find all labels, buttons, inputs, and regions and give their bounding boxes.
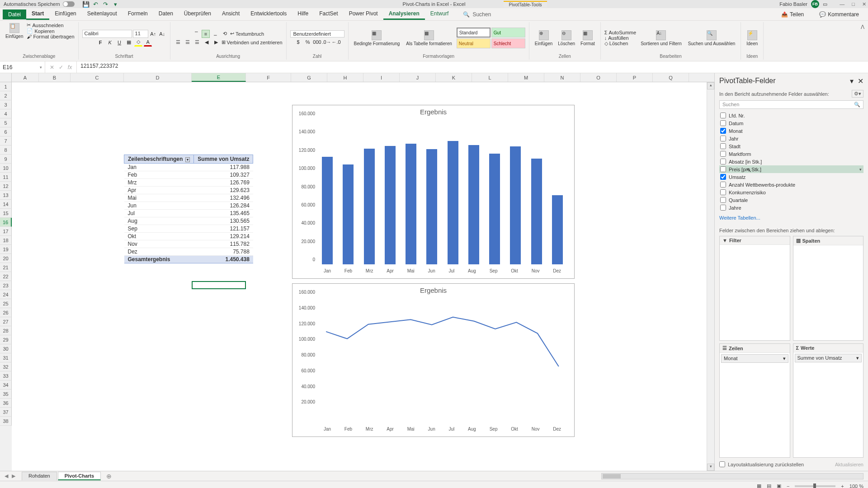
row-header[interactable]: 34 bbox=[0, 380, 12, 389]
sort-filter-button[interactable]: A↓Sortieren und Filtern bbox=[639, 29, 684, 47]
fill-color-button[interactable]: ◇ bbox=[134, 38, 142, 47]
field-item[interactable]: Stadt bbox=[719, 142, 863, 150]
row-header[interactable]: 1 bbox=[0, 82, 12, 91]
border-button[interactable]: ▦ bbox=[125, 38, 133, 47]
row-header[interactable]: 19 bbox=[0, 245, 12, 254]
row-header[interactable]: 26 bbox=[0, 308, 12, 317]
row-header[interactable]: 4 bbox=[0, 109, 12, 118]
bar[interactable] bbox=[510, 146, 521, 264]
underline-button[interactable]: U bbox=[115, 38, 123, 47]
chevron-down-icon[interactable]: ▾ bbox=[859, 167, 862, 172]
pane-close-icon[interactable]: ✕ bbox=[858, 77, 863, 85]
style-bad[interactable]: Schlecht bbox=[491, 38, 525, 48]
row-header[interactable]: 24 bbox=[0, 290, 12, 299]
field-item[interactable]: Datum bbox=[719, 119, 863, 127]
chevron-down-icon[interactable]: ▾ bbox=[783, 356, 786, 361]
conditional-format-button[interactable]: ▦Bedingte Formatierung bbox=[352, 29, 402, 47]
column-header[interactable]: L bbox=[472, 73, 508, 82]
decrease-font-icon[interactable]: A↓ bbox=[158, 30, 166, 38]
autosave-toggle[interactable] bbox=[63, 1, 75, 7]
field-checkbox[interactable] bbox=[720, 197, 726, 203]
indent-decrease-icon[interactable]: ◀ bbox=[203, 38, 211, 47]
column-header[interactable]: G bbox=[291, 73, 327, 82]
field-item[interactable]: Konkurrenzrisiko bbox=[719, 188, 863, 196]
row-header[interactable]: 30 bbox=[0, 344, 12, 353]
indent-increase-icon[interactable]: ▶ bbox=[212, 38, 220, 47]
row-header[interactable]: 18 bbox=[0, 236, 12, 245]
row-header[interactable]: 37 bbox=[0, 408, 12, 417]
orientation-icon[interactable]: ⟲ bbox=[221, 30, 229, 38]
format-cells-button[interactable]: ▦Format bbox=[579, 29, 597, 47]
font-size-select[interactable]: 11 bbox=[133, 30, 148, 38]
row-header[interactable]: 32 bbox=[0, 362, 12, 371]
add-sheet-button[interactable]: ⊕ bbox=[103, 473, 115, 480]
page-break-view-icon[interactable]: ▣ bbox=[777, 483, 781, 488]
row-header[interactable]: 11 bbox=[0, 173, 12, 182]
field-checkbox[interactable] bbox=[720, 151, 726, 157]
row-header[interactable]: 22 bbox=[0, 272, 12, 281]
sheet-tab[interactable]: Rohdaten bbox=[22, 472, 57, 480]
column-header[interactable]: O bbox=[580, 73, 617, 82]
autosum-button[interactable]: Σ AutoSumme bbox=[604, 30, 636, 35]
bar[interactable] bbox=[426, 149, 437, 264]
pivot-row[interactable]: Apr129.623 bbox=[124, 187, 253, 194]
row-header[interactable]: 15 bbox=[0, 209, 12, 218]
pivot-row[interactable]: Okt129.214 bbox=[124, 233, 253, 240]
ideas-button[interactable]: ⚡Ideen bbox=[745, 29, 760, 47]
row-header[interactable]: 21 bbox=[0, 263, 12, 272]
bar[interactable] bbox=[385, 146, 396, 264]
tab-daten[interactable]: Daten bbox=[153, 9, 179, 20]
cut-button[interactable]: ✂ Ausschneiden bbox=[27, 22, 74, 28]
decrease-decimal-icon[interactable]: ←.0 bbox=[332, 38, 340, 46]
find-select-button[interactable]: 🔍Suchen und Auswählen bbox=[686, 29, 737, 47]
pivot-row[interactable]: Feb109.327 bbox=[124, 171, 253, 179]
wrap-text-button[interactable]: ↩ Textumbruch bbox=[230, 30, 264, 38]
font-family-select[interactable]: Calibri bbox=[82, 30, 132, 38]
field-checkbox[interactable] bbox=[720, 128, 726, 134]
tab-seitenlayout[interactable]: Seitenlayout bbox=[82, 9, 123, 20]
field-checkbox[interactable] bbox=[720, 136, 726, 141]
pivot-row[interactable]: Dez75.788 bbox=[124, 248, 253, 256]
sheet-tab[interactable]: Pivot-Charts bbox=[58, 472, 101, 480]
gear-icon[interactable]: ⚙▾ bbox=[852, 90, 863, 98]
row-header[interactable]: 17 bbox=[0, 227, 12, 236]
line-series[interactable] bbox=[326, 317, 559, 366]
fill-button[interactable]: ↓ Ausfüllen bbox=[604, 35, 636, 41]
tab-analysieren[interactable]: Analysieren bbox=[383, 9, 425, 20]
row-header[interactable]: 38 bbox=[0, 417, 12, 426]
row-header[interactable]: 16 bbox=[0, 218, 12, 227]
bold-button[interactable]: F bbox=[96, 38, 104, 47]
enter-formula-icon[interactable]: ✓ bbox=[59, 64, 63, 70]
vertical-scrollbar[interactable]: ▴▾ bbox=[707, 82, 714, 471]
row-header[interactable]: 33 bbox=[0, 371, 12, 380]
tab-power pivot[interactable]: Power Pivot bbox=[344, 9, 383, 20]
select-all-corner[interactable] bbox=[0, 73, 12, 82]
zoom-in-button[interactable]: + bbox=[841, 483, 844, 488]
column-header[interactable]: N bbox=[544, 73, 580, 82]
row-header[interactable]: 20 bbox=[0, 254, 12, 263]
format-painter-button[interactable]: 🖌 Format übertragen bbox=[27, 34, 74, 39]
column-header[interactable]: H bbox=[327, 73, 363, 82]
name-box[interactable]: E16 bbox=[0, 61, 45, 73]
tab-formeln[interactable]: Formeln bbox=[123, 9, 153, 20]
row-header[interactable]: 3 bbox=[0, 100, 12, 109]
column-header[interactable]: I bbox=[363, 73, 400, 82]
style-neutral[interactable]: Neutral bbox=[457, 38, 491, 48]
tab-ansicht[interactable]: Ansicht bbox=[217, 9, 245, 20]
ribbon-options-icon[interactable]: ▭ bbox=[823, 1, 827, 7]
bar[interactable] bbox=[552, 195, 563, 264]
zoom-slider[interactable] bbox=[795, 485, 835, 487]
align-bottom-icon[interactable]: ⎽ bbox=[211, 30, 219, 38]
tab-entwurf[interactable]: Entwurf bbox=[425, 9, 454, 20]
tab-einfügen[interactable]: Einfügen bbox=[49, 9, 81, 20]
row-header[interactable]: 28 bbox=[0, 326, 12, 335]
bar[interactable] bbox=[406, 144, 416, 264]
row-header[interactable]: 29 bbox=[0, 335, 12, 344]
field-item[interactable]: Preis [pro Stk.]▾↖ bbox=[719, 165, 863, 173]
clear-button[interactable]: ◇ Löschen bbox=[604, 41, 636, 47]
save-icon[interactable]: 💾 bbox=[83, 1, 89, 7]
row-header[interactable]: 9 bbox=[0, 155, 12, 164]
redo-icon[interactable]: ↷ bbox=[103, 1, 109, 7]
field-item[interactable]: Marktform bbox=[719, 150, 863, 158]
column-header[interactable]: F bbox=[246, 73, 291, 82]
